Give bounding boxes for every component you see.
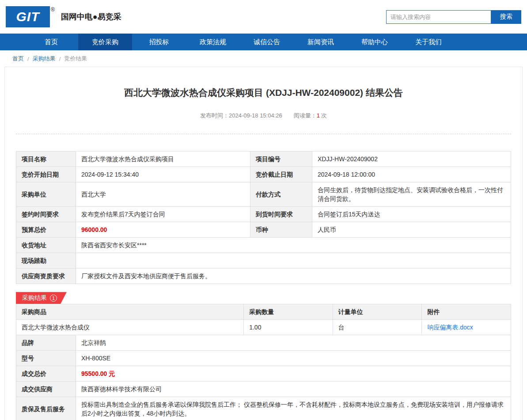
field-value: [76, 253, 511, 269]
breadcrumb-separator: /: [27, 56, 29, 62]
nav-item-home[interactable]: 首页: [24, 34, 78, 50]
table-row: 供应商资质要求 厂家授权文件及西安本地供应商便于售后服务。: [16, 269, 511, 284]
site-logo[interactable]: GIT ®: [6, 6, 55, 27]
column-header: 采购商品: [16, 304, 244, 320]
deal-total-price: 95500.00 元: [76, 366, 511, 382]
brand-value: 北京祥鹄: [76, 335, 511, 351]
measure-unit: 台: [333, 320, 422, 335]
table-row: 预算总价 96000.00 币种 人民币: [16, 222, 511, 238]
field-label: 成交总价: [16, 366, 76, 382]
product-name: 西北大学微波水热合成仪: [16, 320, 244, 335]
field-label: 型号: [16, 351, 76, 366]
field-label: 签约时间要求: [16, 207, 76, 222]
purchase-quantity: 1.00: [244, 320, 333, 335]
attachment-link[interactable]: 响应偏离表.docx: [427, 324, 473, 331]
table-header-row: 采购商品 采购数量 计量单位 附件: [16, 304, 511, 320]
table-row: 采购单位 西北大学 付款方式 合同生效后，待货物到达指定地点、安装调试验收合格后…: [16, 182, 511, 207]
result-badge-label: 采购结果: [22, 294, 47, 302]
breadcrumb-current: 竞价结果: [64, 55, 87, 63]
field-value: 2024-09-12 15:34:40: [76, 167, 250, 182]
breadcrumb-home[interactable]: 首页: [12, 55, 24, 63]
field-label: 预算总价: [16, 222, 76, 238]
project-info-table: 项目名称 西北大学微波水热合成仪采购项目 项目编号 XDJJ-HW-202409…: [16, 151, 511, 284]
breadcrumb-separator: /: [59, 56, 61, 62]
winning-supplier: 陕西赛德林科学技术有限公司: [76, 382, 511, 397]
field-label: 成交供应商: [16, 382, 76, 397]
field-label: 项目名称: [16, 151, 76, 167]
field-label: 项目编号: [250, 151, 312, 167]
badge-count: 1: [50, 295, 57, 302]
field-label: 品牌: [16, 335, 76, 351]
table-row: 收货地址 陕西省西安市长安区****: [16, 238, 511, 253]
views-count: 1: [317, 112, 320, 119]
nav-item-integrity-notices[interactable]: 诚信公告: [240, 34, 294, 50]
field-label: 质保及售后服务: [16, 397, 76, 420]
nav-item-tendering[interactable]: 招投标: [132, 34, 186, 50]
site-title: 国网中电●易竞采: [61, 11, 121, 22]
field-label: 竞价截止日期: [250, 167, 312, 182]
field-label: 到货时间要求: [250, 207, 312, 222]
result-badge: 采购结果 1: [16, 292, 67, 304]
page-title: 西北大学微波水热合成仪采购项目 (XDJJ-HW-202409002) 结果公告: [5, 67, 522, 98]
field-value: 合同签订后15天内送达: [312, 207, 511, 222]
field-label: 现场踏勘: [16, 253, 76, 269]
table-row: 西北大学微波水热合成仪 1.00 台 响应偏离表.docx: [16, 320, 511, 335]
table-row: 品牌 北京祥鹄: [16, 335, 511, 351]
publish-time-label: 发布时间：: [200, 112, 229, 119]
article-meta: 发布时间：2024-09-18 15:04:26阅读量：1次: [5, 112, 522, 120]
column-header: 附件: [422, 304, 511, 320]
main-nav: 首页 竞价采购 招投标 政策法规 诚信公告 新闻资讯 帮助中心 关于我们: [0, 34, 527, 50]
registered-mark: ®: [51, 7, 55, 13]
nav-item-policies[interactable]: 政策法规: [186, 34, 240, 50]
result-details-table: 品牌 北京祥鹄 型号 XH-800SE 成交总价 95500.00 元 成交供应…: [16, 335, 511, 420]
table-row: 成交总价 95500.00 元: [16, 366, 511, 382]
views-label: 阅读量：: [294, 112, 317, 119]
field-label: 币种: [250, 222, 312, 238]
table-row: 现场踏勘: [16, 253, 511, 269]
procurement-result-section: 采购结果 1 采购商品 采购数量 计量单位 附件 西北大学微波水热合成仪 1.0…: [16, 292, 511, 420]
project-info-table-wrap: 项目名称 西北大学微波水热合成仪采购项目 项目编号 XDJJ-HW-202409…: [16, 151, 511, 284]
field-label: 收货地址: [16, 238, 76, 253]
logo-text: GIT: [6, 6, 50, 27]
column-header: 采购数量: [244, 304, 333, 320]
field-value: 西北大学: [76, 182, 250, 207]
field-value: 发布竞价结果后7天内签订合同: [76, 207, 250, 222]
search-input[interactable]: [386, 10, 491, 24]
content-card: 西北大学微波水热合成仪采购项目 (XDJJ-HW-202409002) 结果公告…: [4, 67, 523, 420]
field-value: 人民币: [312, 222, 511, 238]
breadcrumb: 首页 / 采购结果 / 竞价结果: [0, 50, 527, 67]
publish-time-value: 2024-09-18 15:04:26: [229, 112, 282, 119]
field-value: 西北大学微波水热合成仪采购项目: [76, 151, 250, 167]
field-value: 合同生效后，待货物到达指定地点、安装调试验收合格后，一次性付清合同货款。: [312, 182, 511, 207]
breadcrumb-section[interactable]: 采购结果: [33, 55, 56, 63]
dashed-divider: [16, 134, 511, 134]
budget-total-price: 96000.00: [76, 222, 250, 238]
field-label: 竞价开始日期: [16, 167, 76, 182]
nav-item-help-center[interactable]: 帮助中心: [348, 34, 402, 50]
field-label: 付款方式: [250, 182, 312, 207]
nav-item-bidding-procurement[interactable]: 竞价采购: [78, 34, 132, 50]
field-value: 陕西省西安市长安区****: [76, 238, 511, 253]
site-header: GIT ® 国网中电●易竞采 搜索: [0, 0, 527, 34]
result-items-table: 采购商品 采购数量 计量单位 附件 西北大学微波水热合成仪 1.00 台 响应偏…: [16, 304, 511, 335]
nav-item-news[interactable]: 新闻资讯: [294, 34, 348, 50]
field-value: 厂家授权文件及西安本地供应商便于售后服务。: [76, 269, 511, 284]
table-row: 竞价开始日期 2024-09-12 15:34:40 竞价截止日期 2024-0…: [16, 167, 511, 182]
search-bar: 搜索: [386, 10, 521, 24]
column-header: 计量单位: [333, 304, 422, 320]
field-label: 采购单位: [16, 182, 76, 207]
views-unit: 次: [321, 112, 327, 119]
table-row: 成交供应商 陕西赛德林科学技术有限公司: [16, 382, 511, 397]
table-row: 质保及售后服务 投标需出具制造企业的售后服务承诺以保障我院售后工作； 仪器整机保…: [16, 397, 511, 420]
table-row: 型号 XH-800SE: [16, 351, 511, 366]
field-value: XDJJ-HW-202409002: [312, 151, 511, 167]
field-value: 2024-09-18 12:00:00: [312, 167, 511, 182]
nav-item-about-us[interactable]: 关于我们: [402, 34, 455, 50]
search-button[interactable]: 搜索: [491, 10, 521, 24]
table-row: 项目名称 西北大学微波水热合成仪采购项目 项目编号 XDJJ-HW-202409…: [16, 151, 511, 167]
model-value: XH-800SE: [76, 351, 511, 366]
table-row: 签约时间要求 发布竞价结果后7天内签订合同 到货时间要求 合同签订后15天内送达: [16, 207, 511, 222]
warranty-service-value: 投标需出具制造企业的售后服务承诺以保障我院售后工作； 仪器整机保修一年，不含耗材…: [76, 397, 511, 420]
field-label: 供应商资质要求: [16, 269, 76, 284]
